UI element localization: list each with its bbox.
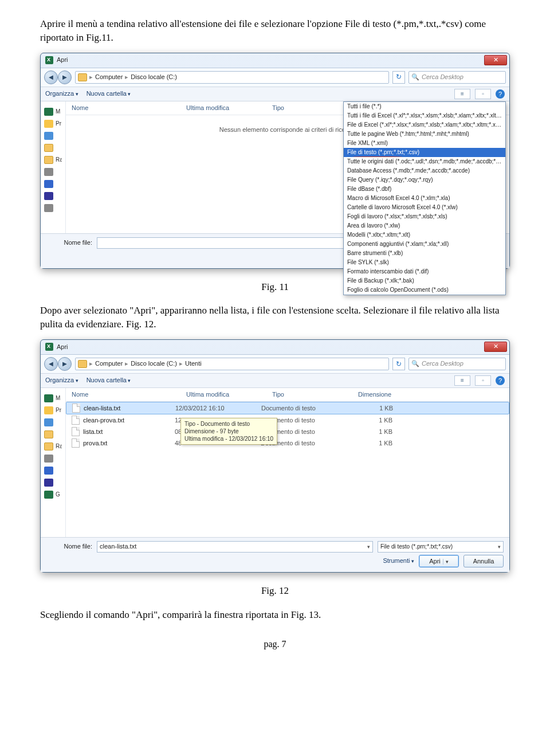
- organize-menu[interactable]: Organizza: [45, 89, 78, 98]
- filename-input[interactable]: clean-lista.txt ▾: [97, 541, 373, 553]
- breadcrumb-segment[interactable]: Computer: [95, 73, 123, 81]
- sidebar-label: G: [56, 491, 60, 499]
- sidebar-item[interactable]: [44, 131, 62, 141]
- new-folder-button[interactable]: Nuova cartella: [87, 89, 131, 98]
- sidebar-item[interactable]: [44, 167, 62, 177]
- filetype-option[interactable]: Barre strumenti (*.xlb): [344, 249, 505, 258]
- filetype-option[interactable]: File di Excel (*.xl*;*.xlsx;*.xlsm;*.xls…: [344, 120, 505, 130]
- breadcrumb-bar[interactable]: ▸ Computer ▸ Disco locale (C:): [75, 71, 389, 84]
- filetype-option[interactable]: Fogli di lavoro (*.xlsx;*.xlsm;*.xlsb;*.…: [344, 212, 505, 221]
- filetype-option[interactable]: Foglio di calcolo OpenDocument (*.ods): [344, 285, 505, 295]
- col-name[interactable]: Nome: [72, 104, 186, 112]
- chevron-right-icon: ▸: [88, 73, 94, 81]
- excel-icon: [45, 56, 53, 64]
- file-row[interactable]: prova.txt48Documento di testo1 KB: [66, 437, 509, 449]
- filetype-option[interactable]: File Query (*.iqy;*.dqy;*.oqy;*.rqy): [344, 175, 505, 185]
- organize-menu[interactable]: Organizza: [45, 376, 78, 385]
- filename-input[interactable]: ▾: [97, 237, 373, 249]
- open-button[interactable]: Apri▾: [419, 555, 459, 567]
- sidebar-item[interactable]: [44, 203, 62, 213]
- filetype-option[interactable]: Formato interscambio dati (*.dif): [344, 267, 505, 276]
- filetype-dropdown[interactable]: Tutti i file (*.*)Tutti i file di Excel …: [343, 101, 506, 295]
- breadcrumb-segment[interactable]: Computer: [95, 359, 123, 368]
- col-modified[interactable]: Ultima modifica: [186, 104, 272, 112]
- file-row[interactable]: clean-lista.txt12/03/2012 16:10Documento…: [66, 402, 509, 414]
- file-icon: [72, 404, 80, 413]
- folder-icon: [78, 360, 87, 368]
- forward-button[interactable]: ►: [58, 70, 72, 84]
- filetype-option[interactable]: File SYLK (*.slk): [344, 258, 505, 267]
- breadcrumb-bar[interactable]: ▸ Computer ▸ Disco locale (C:) ▸ Utenti: [75, 358, 389, 370]
- col-dimension[interactable]: Dimensione: [358, 390, 415, 399]
- col-name[interactable]: Nome: [72, 390, 186, 399]
- sidebar-item[interactable]: M: [44, 107, 62, 117]
- chevron-down-icon: ▾: [498, 543, 501, 551]
- file-row[interactable]: lista.txt08Documento di testo1 KB: [66, 426, 509, 437]
- filetype-option[interactable]: Macro di Microsoft Excel 4.0 (*.xlm;*.xl…: [344, 194, 505, 203]
- filetype-option[interactable]: Tutti i file (*.*): [344, 102, 505, 111]
- filetype-option[interactable]: Modelli (*.xltx;*.xltm;*.xlt): [344, 230, 505, 240]
- filename-label: Nome file:: [46, 238, 92, 247]
- sidebar-item[interactable]: Pr: [44, 119, 62, 129]
- back-button[interactable]: ◄: [44, 357, 58, 371]
- filetype-option[interactable]: Componenti aggiuntivi (*.xlam;*.xla;*.xl…: [344, 240, 505, 249]
- sidebar-item[interactable]: [44, 429, 62, 440]
- filetype-option[interactable]: Tutte le pagine Web (*.htm;*.html;*.mht;…: [344, 130, 505, 139]
- refresh-button[interactable]: ↻: [392, 358, 405, 370]
- filetype-option[interactable]: Cartelle di lavoro Microsoft Excel 4.0 (…: [344, 203, 505, 212]
- sidebar-item[interactable]: [44, 453, 62, 464]
- col-type[interactable]: Tipo: [272, 390, 358, 399]
- sidebar-item[interactable]: [44, 191, 62, 201]
- filetype-option[interactable]: Database Access (*.mdb;*.mde;*.accdb;*.a…: [344, 166, 505, 175]
- col-modified[interactable]: Ultima modifica: [186, 390, 272, 399]
- filetype-option[interactable]: Area di lavoro (*.xlw): [344, 221, 505, 230]
- sidebar-item[interactable]: [44, 179, 62, 189]
- dialog-footer: Nome file: clean-lista.txt ▾ File di tes…: [41, 537, 509, 572]
- help-button[interactable]: ?: [496, 376, 505, 385]
- sidebar-item[interactable]: [44, 477, 62, 488]
- filetype-option[interactable]: File di Backup (*.xlk;*.bak): [344, 276, 505, 285]
- sidebar-item[interactable]: Ra: [44, 155, 62, 165]
- tools-menu[interactable]: Strumenti: [383, 557, 414, 565]
- sidebar-item[interactable]: [44, 465, 62, 476]
- paragraph-2: Dopo aver selezionato "Apri", apparirann…: [40, 304, 510, 331]
- refresh-button[interactable]: ↻: [392, 71, 405, 84]
- filetype-option[interactable]: Tutte le origini dati (*.odc;*.udl;*.dsn…: [344, 157, 505, 166]
- cancel-button[interactable]: Annulla: [463, 555, 504, 567]
- breadcrumb-segment[interactable]: Utenti: [185, 359, 202, 368]
- filetype-option[interactable]: File dBase (*.dbf): [344, 185, 505, 194]
- close-button[interactable]: ✕: [484, 55, 507, 65]
- filetype-option[interactable]: File XML (*.xml): [344, 139, 505, 148]
- preview-pane-button[interactable]: ▫: [475, 89, 491, 99]
- preview-pane-button[interactable]: ▫: [475, 375, 491, 386]
- filetype-select[interactable]: File di testo (*.prn;*.txt;*.csv) ▾: [378, 541, 504, 553]
- sidebar-icon: [44, 442, 53, 451]
- new-folder-button[interactable]: Nuova cartella: [87, 376, 131, 385]
- sidebar-item[interactable]: [44, 143, 62, 153]
- back-button[interactable]: ◄: [44, 70, 58, 84]
- chevron-right-icon: ▸: [178, 359, 184, 368]
- filetype-option[interactable]: File di testo (*.prn;*.txt;*.csv): [344, 148, 505, 157]
- sidebar-item[interactable]: [44, 417, 62, 428]
- forward-button[interactable]: ►: [58, 357, 72, 371]
- file-size: 1 KB: [347, 416, 392, 425]
- view-mode-button[interactable]: ≡: [454, 89, 470, 99]
- sidebar-item[interactable]: M: [44, 393, 62, 404]
- sidebar-item[interactable]: Pr: [44, 405, 62, 416]
- sidebar-item[interactable]: Ra: [44, 441, 62, 452]
- breadcrumb-segment[interactable]: Disco locale (C:): [131, 359, 177, 368]
- sidebar-icon: [44, 156, 53, 164]
- breadcrumb-segment[interactable]: Disco locale (C:): [131, 73, 177, 81]
- file-size: 1 KB: [347, 428, 392, 436]
- view-mode-button[interactable]: ≡: [454, 375, 470, 386]
- sidebar-icon: [44, 192, 53, 200]
- close-button[interactable]: ✕: [484, 342, 507, 352]
- filetype-option[interactable]: Tutti i file di Excel (*.xl*;*.xlsx;*.xl…: [344, 111, 505, 120]
- search-input[interactable]: 🔍 Cerca Desktop: [408, 71, 506, 84]
- file-row[interactable]: clean-prova.txt12/03/2012 16:53Documento…: [66, 414, 509, 426]
- search-input[interactable]: 🔍 Cerca Desktop: [408, 358, 506, 370]
- sidebar-item[interactable]: G: [44, 489, 62, 500]
- help-button[interactable]: ?: [496, 89, 505, 99]
- sidebar-label: M: [56, 108, 60, 116]
- chevron-right-icon: ▸: [124, 359, 129, 368]
